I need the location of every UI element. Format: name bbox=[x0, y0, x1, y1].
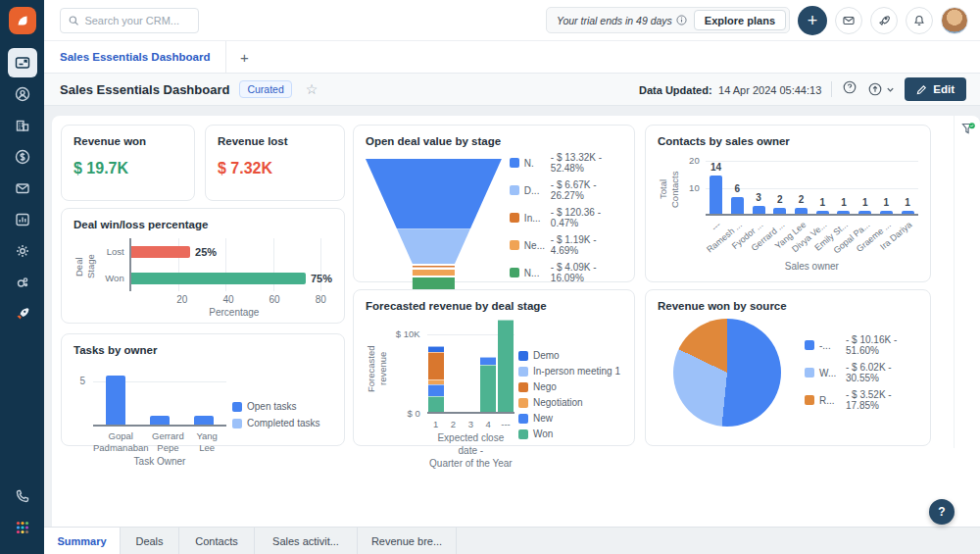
tab-sales-essentials-dashboard[interactable]: Sales Essentials Dashboard bbox=[44, 41, 226, 73]
help-button[interactable] bbox=[842, 79, 858, 99]
app-window: Your trial ends in 49 days Explore plans… bbox=[0, 0, 980, 554]
freshworks-logo-glyph bbox=[15, 13, 30, 28]
bell-icon bbox=[912, 14, 926, 27]
funnel-segment bbox=[366, 228, 502, 264]
export-share-button[interactable] bbox=[867, 81, 895, 97]
user-avatar[interactable] bbox=[941, 7, 968, 34]
legend-item: W...- $ 6.02K - 30.55% bbox=[805, 362, 918, 383]
sidebar-item-email[interactable] bbox=[8, 174, 37, 203]
legend-item: -...- $ 10.16K - 51.60% bbox=[805, 334, 918, 356]
sidebar-item-accounts[interactable] bbox=[8, 111, 37, 140]
edit-button[interactable]: Edit bbox=[905, 77, 966, 101]
legend: -...- $ 10.16K - 51.60%W...- $ 6.02K - 3… bbox=[781, 334, 918, 411]
legend-value: - $ 4.09K - 16.09% bbox=[551, 262, 622, 283]
contacts-by-owner-chart: Total Contacts102014632211111---Ramesh .… bbox=[658, 155, 918, 272]
legend-swatch bbox=[805, 395, 814, 405]
sidebar-item-freddy-ai[interactable] bbox=[8, 268, 37, 297]
revenue-by-source-chart: -...- $ 10.16K - 51.60%W...- $ 6.02K - 3… bbox=[658, 312, 918, 433]
chart-title: Tasks by owner bbox=[74, 344, 332, 356]
legend-swatch bbox=[518, 414, 528, 424]
legend: N.- $ 13.32K - 52.48%D...- $ 6.67K - 26.… bbox=[502, 143, 622, 292]
bar bbox=[106, 376, 125, 425]
funnel-segment bbox=[366, 270, 502, 276]
legend-item: Ne...- $ 1.19K - 4.69% bbox=[510, 234, 622, 256]
bar bbox=[837, 211, 850, 214]
curated-badge: Curated bbox=[239, 80, 291, 98]
plot-area bbox=[427, 320, 514, 414]
bar bbox=[131, 273, 306, 284]
deal-winloss-chart: Deal StageLostWon25%75%20406080Percentag… bbox=[74, 238, 332, 318]
kpi-title: Revenue lost bbox=[218, 135, 332, 147]
dollar-icon bbox=[14, 148, 31, 166]
trial-text: Your trial ends in 49 days bbox=[557, 15, 687, 26]
legend-value: - $ 3.52K - 17.85% bbox=[846, 389, 918, 411]
forecast-chart: Forecasted revenue$ 10K$ 01234---Expecte… bbox=[366, 320, 622, 470]
x-axis-label: Percentage bbox=[136, 307, 332, 318]
category-label: Yang Lee bbox=[187, 430, 226, 454]
search-input[interactable] bbox=[84, 15, 190, 26]
sidebar-item-getting-started[interactable] bbox=[8, 299, 37, 328]
plot-area: 14632211111 bbox=[706, 155, 918, 216]
whats-new-button[interactable] bbox=[870, 7, 898, 34]
sidebar-item-app-switcher[interactable] bbox=[8, 513, 37, 542]
info-icon bbox=[676, 15, 687, 25]
new-dashboard-tab-button[interactable]: + bbox=[226, 41, 262, 73]
category-label: Lost bbox=[107, 246, 124, 257]
revenue-lost-value: $ 7.32K bbox=[218, 160, 332, 177]
question-circle-icon bbox=[842, 79, 858, 95]
sidebar-item-analytics[interactable] bbox=[8, 205, 37, 234]
sidebar-item-deals[interactable] bbox=[8, 142, 37, 172]
tab-revenue-breakdown[interactable]: Revenue bre... bbox=[358, 528, 457, 554]
bar-value-label: 2 bbox=[799, 194, 805, 205]
legend-label: Demo bbox=[533, 350, 560, 361]
freshworks-logo[interactable] bbox=[9, 7, 36, 34]
x-tick: --- bbox=[497, 419, 514, 429]
x-tick: 3 bbox=[462, 419, 479, 429]
legend: Open tasksCompleted tasks bbox=[232, 364, 332, 467]
bar-segment bbox=[428, 396, 444, 412]
legend-item: N.- $ 13.32K - 52.48% bbox=[510, 152, 622, 174]
legend-swatch bbox=[510, 213, 519, 223]
help-fab-button[interactable]: ? bbox=[929, 499, 955, 525]
chevron-down-icon bbox=[886, 85, 895, 94]
explore-plans-button[interactable]: Explore plans bbox=[694, 10, 786, 30]
quick-add-button[interactable]: + bbox=[798, 6, 827, 35]
bar bbox=[773, 208, 786, 214]
x-tick: 1 bbox=[427, 419, 445, 429]
y-tick: 10 bbox=[689, 182, 700, 193]
favorite-star-icon[interactable]: ☆ bbox=[306, 82, 318, 96]
y-axis-label: Forecasted revenue bbox=[366, 320, 390, 418]
plus-icon: + bbox=[240, 49, 249, 66]
sidebar-item-settings[interactable] bbox=[8, 236, 37, 266]
legend-swatch bbox=[805, 368, 814, 378]
tab-sales-activities[interactable]: Sales activit... bbox=[255, 528, 358, 554]
tab-deals[interactable]: Deals bbox=[121, 528, 179, 554]
legend-label: Ne... bbox=[524, 240, 546, 251]
plot-area: 25%75% bbox=[129, 238, 332, 291]
bar bbox=[880, 211, 893, 214]
notifications-button[interactable] bbox=[906, 7, 933, 34]
global-search[interactable] bbox=[60, 8, 199, 33]
bar bbox=[902, 211, 914, 214]
sidebar-item-contacts[interactable] bbox=[8, 79, 37, 109]
bar-value-label: 2 bbox=[777, 194, 783, 205]
sidebar-item-phone[interactable] bbox=[8, 481, 37, 511]
bar-value-label: 25% bbox=[195, 246, 217, 258]
search-icon bbox=[69, 15, 78, 26]
tab-summary[interactable]: Summary bbox=[44, 528, 121, 554]
category-label: Gopal Padmanaban bbox=[93, 430, 149, 454]
legend-swatch bbox=[518, 367, 528, 377]
dashboard-content: Revenue won $ 19.7K Revenue lost $ 7.32K… bbox=[44, 106, 980, 527]
y-tick: 20 bbox=[689, 155, 700, 166]
sidebar-item-dashboard[interactable] bbox=[8, 48, 37, 77]
building-icon bbox=[14, 117, 31, 134]
revenue-by-source-card: Revenue won by source -...- $ 10.16K - 5… bbox=[645, 289, 931, 446]
chart-title: Deal win/loss percentage bbox=[74, 219, 332, 230]
open-deal-funnel-chart: N.- $ 13.32K - 52.48%D...- $ 6.67K - 26.… bbox=[366, 155, 622, 292]
x-tick: 60 bbox=[270, 294, 280, 305]
legend-value: - $ 13.32K - 52.48% bbox=[551, 152, 622, 174]
bar-value-label: 3 bbox=[756, 192, 761, 203]
dashboard-filter-button[interactable] bbox=[960, 122, 976, 141]
email-button[interactable] bbox=[835, 7, 862, 34]
tab-contacts[interactable]: Contacts bbox=[179, 528, 255, 554]
